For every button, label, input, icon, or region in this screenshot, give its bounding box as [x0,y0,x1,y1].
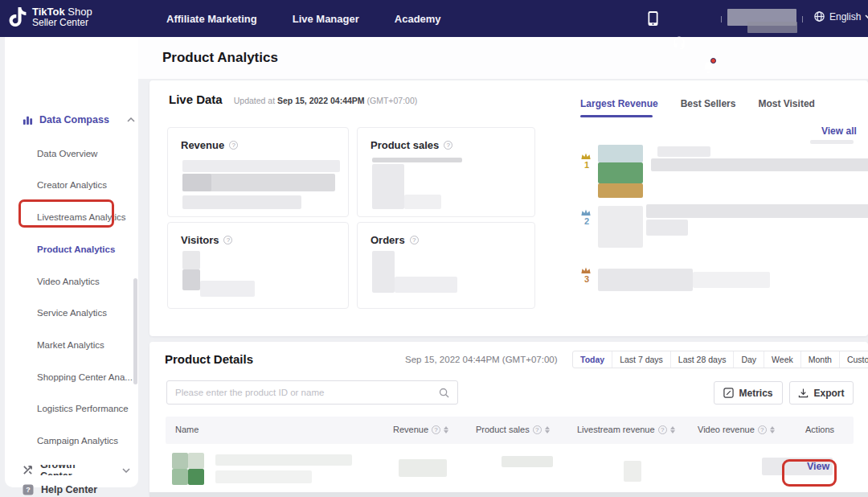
mobile-app-icon[interactable] [641,6,665,31]
sidebar-item-market-analytics[interactable]: Market Analytics [37,340,104,350]
crown-icon-gold [580,153,592,160]
tab-largest-revenue[interactable]: Largest Revenue [580,98,658,109]
help-icon[interactable]: ? [444,141,452,150]
sidebar-growth-center-label: Growth Center [40,465,108,475]
sidebar-help-center-label: Help Center [41,484,97,495]
chevron-up-icon [127,117,135,122]
redacted-product-image [188,469,204,485]
sort-icon[interactable] [770,426,775,433]
range-day[interactable]: Day [734,351,764,368]
sidebar-item-livestreams-analytics[interactable]: Livestreams Analytics [37,212,126,222]
sort-icon[interactable] [670,426,675,433]
globe-icon [813,10,825,23]
download-icon [798,388,809,398]
crown-icon-bronze [580,267,592,274]
export-button[interactable]: Export [789,381,854,405]
range-custom[interactable]: Custom [840,351,868,368]
divider [802,16,803,23]
support-headset-icon[interactable] [667,31,691,55]
nav-live-manager[interactable]: Live Manager [293,13,359,25]
sidebar-item-creator-analytics[interactable]: Creator Analytics [37,180,107,190]
notifications-bell-icon[interactable] [696,55,720,79]
view-action-link[interactable]: View [807,461,829,472]
svg-text:?: ? [26,486,31,494]
top-nav-links: Affiliate Marketing Live Manager Academy [166,0,441,37]
redacted-text [693,272,770,288]
col-actions: Actions [805,425,834,434]
help-center-icon: ? [23,484,34,495]
redacted-product-image [172,469,188,485]
redacted-text [657,146,710,157]
tiktok-note-icon [8,7,27,27]
range-last-7-days[interactable]: Last 7 days [612,351,671,368]
redacted-text [598,269,693,291]
metric-revenue-label: Revenue [181,139,224,151]
redacted-value [182,195,301,209]
rank-number: 2 [580,216,593,226]
redacted-text [646,204,868,218]
help-icon[interactable]: ? [758,425,767,434]
language-selector[interactable]: English [813,10,868,23]
product-search-input[interactable] [175,388,439,397]
product-details-title: Product Details [165,352,253,366]
top-navigation-bar: TikTok Shop Seller Center Affiliate Mark… [0,0,868,37]
redacted-product-image [598,206,643,248]
redacted-value [624,461,641,482]
product-search [166,380,458,405]
help-icon[interactable]: ? [658,425,667,434]
metrics-edit-icon [723,388,734,398]
sidebar-section-label: Data Compass [39,114,109,125]
help-icon[interactable]: ? [432,425,440,434]
sidebar-item-growth-center[interactable]: Growth Center [23,465,130,475]
metric-orders-label: Orders [371,234,405,246]
sort-icon[interactable] [545,426,550,433]
live-data-card: Live Data Updated at Sep 15, 2022 04:44P… [149,80,868,336]
redacted-value [372,158,462,162]
help-icon[interactable]: ? [223,236,232,244]
growth-center-icon [23,465,33,475]
sidebar-item-service-analytics[interactable]: Service Analytics [37,308,107,318]
crown-icon-silver [580,209,592,216]
row-cutoff [149,492,868,497]
tab-best-sellers[interactable]: Best Sellers [681,98,736,109]
nav-affiliate-marketing[interactable]: Affiliate Marketing [166,13,257,25]
sidebar-item-data-overview[interactable]: Data Overview [37,149,97,158]
tiktok-shop-logo[interactable]: TikTok Shop Seller Center [8,6,92,27]
table-row: View [166,446,854,495]
sidebar-item-video-analytics[interactable]: Video Analytics [37,277,100,286]
sort-icon[interactable] [444,426,448,433]
nav-academy[interactable]: Academy [395,13,441,25]
sidebar-section-data-compass[interactable]: Data Compass [23,114,135,125]
sidebar-item-help-center[interactable]: ? Help Center [23,484,97,495]
search-icon[interactable] [439,388,449,398]
metric-card-visitors: Visitors? [167,222,349,309]
redacted-value [395,277,457,293]
redacted-value [182,174,211,191]
sidebar-item-shopping-center-analytics[interactable]: Shopping Center Ana... [37,372,133,382]
sidebar-item-campaign-analytics[interactable]: Campaign Analytics [37,436,118,446]
range-week[interactable]: Week [764,351,801,368]
col-revenue: Revenue ? [393,425,448,434]
view-all-link[interactable]: View all [821,125,857,137]
rankings-tabs: Largest Revenue Best Sellers Most Visite… [580,98,815,109]
metrics-button[interactable]: Metrics [714,381,783,405]
logo-brand-bold: TikTok [32,6,65,18]
redacted-value [404,195,441,209]
logo-line2: Seller Center [32,18,92,28]
help-icon[interactable]: ? [533,425,542,434]
active-tab-underline [580,115,653,117]
sidebar-item-logistics-performance[interactable]: Logistics Performance [37,404,129,413]
live-data-updated: Updated at Sep 15, 2022 04:44PM (GMT+07:… [234,96,418,105]
tab-most-visited[interactable]: Most Visited [758,98,814,109]
sidebar-item-product-analytics[interactable]: Product Analytics [37,244,115,254]
range-last-28-days[interactable]: Last 28 days [671,351,735,368]
metric-card-orders: Orders? [357,222,535,309]
range-today[interactable]: Today [573,351,612,368]
sidebar-scrollbar[interactable] [133,278,137,384]
help-icon[interactable]: ? [229,141,238,150]
redacted-value [372,164,404,209]
date-range-selector: Today Last 7 days Last 28 days Day Week … [572,351,868,368]
redacted-product-image [598,162,643,183]
help-icon[interactable]: ? [410,236,419,244]
range-month[interactable]: Month [801,351,840,368]
